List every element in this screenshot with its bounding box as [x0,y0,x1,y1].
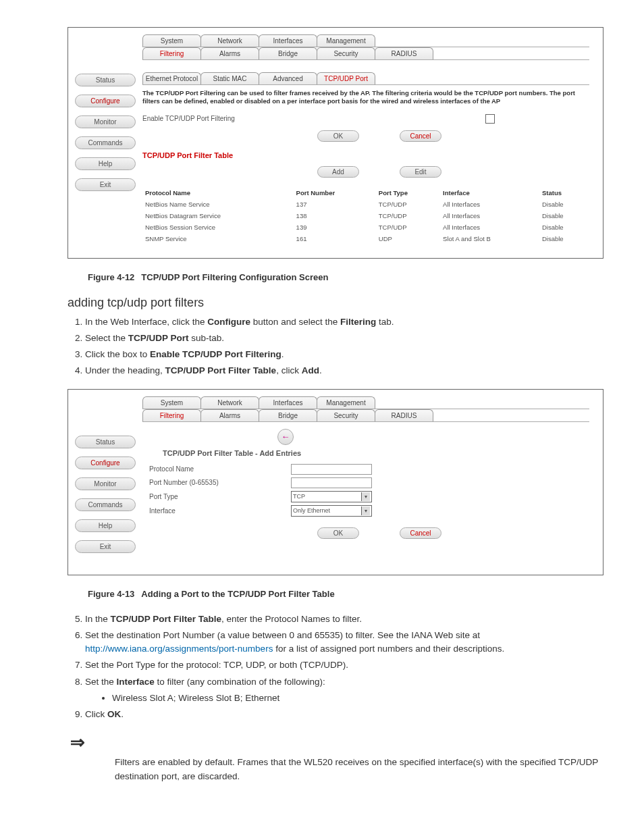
input-protocol-name[interactable] [291,464,372,475]
step-1: In the Web Interface, click the Configur… [85,315,603,329]
label-port-type: Port Type [149,493,271,500]
innertab-tcpudp[interactable]: TCP/UDP Port [317,72,375,84]
cancel-button[interactable]: Cancel [400,130,441,142]
label-interface: Interface [149,507,271,515]
note-arrow-icon: ⇒ [70,732,603,753]
side-commands[interactable]: Commands [75,136,136,149]
side-help[interactable]: Help [75,519,136,532]
subtab-alarms[interactable]: Alarms [200,47,259,59]
step-8: Set the Interface to filter (any combina… [85,675,603,706]
tab-system[interactable]: System [142,396,201,409]
sidebar: Status Configure Monitor Commands Help E… [75,67,136,244]
subtab-filtering[interactable]: Filtering [142,409,201,421]
tab-interfaces[interactable]: Interfaces [259,396,317,409]
side-status[interactable]: Status [75,436,136,448]
top-tabs: System Network Interfaces Management [142,34,603,47]
subtab-radius[interactable]: RADIUS [375,47,433,59]
step-4: Under the heading, TCP/UDP Port Filter T… [85,364,603,377]
th-status: Status [539,187,589,199]
subtab-security[interactable]: Security [317,47,375,59]
step-9: Click OK. [85,708,603,721]
th-porttype: Port Type [376,187,440,199]
ok-button[interactable]: OK [317,527,359,539]
side-exit[interactable]: Exit [75,178,136,191]
table-row: NetBios Name Service137TCP/UDPAll Interf… [142,199,589,210]
th-protocol: Protocol Name [142,187,294,199]
step-2: Select the TCP/UDP Port sub-tab. [85,332,603,345]
select-interface[interactable]: Only Ethernet▾ [291,505,372,517]
note-text: Filters are enabled by default. Frames t… [115,756,603,783]
figure-4-12-screenshot: System Network Interfaces Management Fil… [68,27,603,259]
table-row: SNMP Service161UDPSlot A and Slot BDisab… [142,233,589,244]
side-exit[interactable]: Exit [75,540,136,553]
figure-caption-1: Figure 4-12TCP/UDP Port Filtering Config… [88,272,603,282]
enable-filtering-label: Enable TCP/UDP Port Filtering [142,115,235,122]
innertab-advanced[interactable]: Advanced [259,72,317,84]
label-port-number: Port Number (0-65535) [149,479,271,486]
side-configure[interactable]: Configure [75,457,136,469]
innertab-staticmac[interactable]: Static MAC [200,72,259,84]
tab-network[interactable]: Network [200,34,259,47]
cancel-button[interactable]: Cancel [400,527,441,539]
port-filter-table: Protocol Name Port Number Port Type Inte… [142,187,589,244]
tab-network[interactable]: Network [200,396,259,409]
side-commands[interactable]: Commands [75,498,136,511]
tab-management[interactable]: Management [317,396,375,409]
table-row: NetBios Datagram Service138TCP/UDPAll In… [142,210,589,221]
back-icon[interactable]: ← [277,429,294,445]
subtab-alarms[interactable]: Alarms [200,409,259,421]
input-port-number[interactable] [291,477,372,488]
step-7: Set the Port Type for the protocol: TCP,… [85,658,603,672]
step-5: In the TCP/UDP Port Filter Table, enter … [85,613,603,626]
form-title: TCP/UDP Port Filter Table - Add Entries [163,449,589,457]
subtab-security[interactable]: Security [317,409,375,421]
tab-management[interactable]: Management [317,34,375,47]
filtering-description: The TCP/UDP Port Filtering can be used t… [142,89,589,106]
side-configure[interactable]: Configure [75,95,136,107]
tab-interfaces[interactable]: Interfaces [259,34,317,47]
th-portnum: Port Number [294,187,376,199]
add-button[interactable]: Add [317,166,359,178]
chevron-down-icon: ▾ [361,506,370,515]
step-3: Click the box to Enable TCP/UDP Port Fil… [85,348,603,361]
tab-system[interactable]: System [142,34,201,47]
steps-list-a: In the Web Interface, click the Configur… [68,315,603,378]
subtab-radius[interactable]: RADIUS [375,409,433,421]
iana-link[interactable]: http://www.iana.org/assignments/port-num… [85,644,273,654]
sub-tabs: Filtering Alarms Bridge Security RADIUS [142,47,603,59]
th-interface: Interface [440,187,539,199]
figure-4-13-screenshot: System Network Interfaces Management Fil… [68,389,603,575]
subtab-filtering[interactable]: Filtering [142,47,201,59]
section-title: adding tcp/udp port filters [68,296,603,310]
innertab-ethernet[interactable]: Ethernet Protocol [142,72,201,84]
ok-button[interactable]: OK [317,130,359,142]
figure-caption-2: Figure 4-13Adding a Port to the TCP/UDP … [88,589,603,599]
bullet-interfaces: Wireless Slot A; Wireless Slot B; Ethern… [112,692,603,705]
table-row: NetBios Session Service139TCP/UDPAll Int… [142,221,589,233]
side-monitor[interactable]: Monitor [75,477,136,490]
enable-filtering-checkbox[interactable] [485,114,495,124]
steps-list-b: In the TCP/UDP Port Filter Table, enter … [68,613,603,722]
edit-button[interactable]: Edit [400,166,441,178]
chevron-down-icon: ▾ [361,492,370,501]
select-port-type[interactable]: TCP▾ [291,491,372,502]
label-protocol-name: Protocol Name [149,465,271,473]
step-6: Set the destination Port Number (a value… [85,629,603,656]
side-monitor[interactable]: Monitor [75,115,136,128]
subtab-bridge[interactable]: Bridge [259,409,317,421]
subtab-bridge[interactable]: Bridge [259,47,317,59]
side-status[interactable]: Status [75,74,136,86]
side-help[interactable]: Help [75,157,136,170]
filter-table-title: TCP/UDP Port Filter Table [142,151,589,159]
